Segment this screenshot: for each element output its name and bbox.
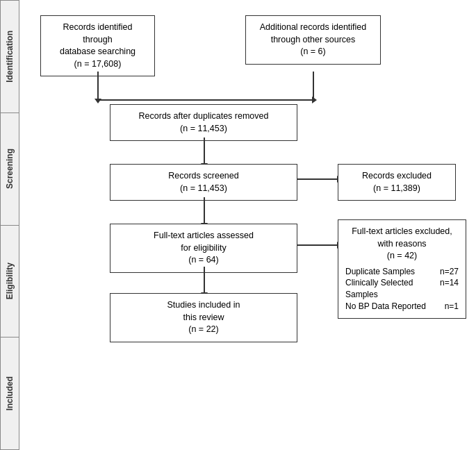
eligibility-label: Eligibility <box>5 262 15 299</box>
fulltext-excluded-box: Full-text articles excluded, with reason… <box>338 219 466 319</box>
screened-line2: (n = 11,453) <box>180 183 227 193</box>
additional-line2: through other sources <box>271 35 356 44</box>
included-line2: this review <box>183 312 224 322</box>
sidebar-screening: Screening <box>1 113 19 226</box>
db-search-line1: Records identified through <box>63 22 132 44</box>
after-dup-line1: Records after duplicates removed <box>139 111 269 121</box>
detail1-val: n=27 <box>440 266 459 278</box>
arrow-dup-down <box>204 138 205 164</box>
arrow-db-down <box>97 72 99 99</box>
fulltext-excl-details: Duplicate Samples n=27 Clinically Select… <box>345 266 459 312</box>
detail1-label: Duplicate Samples <box>345 266 415 278</box>
db-search-box: Records identified through database sear… <box>40 15 155 76</box>
excluded-box: Records excluded (n = 11,389) <box>338 164 456 201</box>
fulltext-box: Full-text articles assessed for eligibil… <box>110 224 297 273</box>
db-search-line3: (n = 17,608) <box>74 59 122 69</box>
detail2-val: n=14 <box>440 277 459 301</box>
sidebar-eligibility: Eligibility <box>1 226 19 338</box>
arrow-additional-h <box>98 99 313 101</box>
included-line1: Studies included in <box>167 300 240 310</box>
included-box: Studies included in this review (n = 22) <box>110 293 297 342</box>
arrow-fulltext-down <box>204 267 205 293</box>
after-duplicates-box: Records after duplicates removed (n = 11… <box>110 104 297 141</box>
arrow-screened-right <box>297 178 338 180</box>
fulltext-line1: Full-text articles assessed <box>154 231 254 240</box>
sidebar: Identification Screening Eligibility Inc… <box>0 0 19 450</box>
arrow-fulltext-right <box>297 244 338 246</box>
sidebar-identification: Identification <box>1 1 19 113</box>
identification-label: Identification <box>5 31 15 83</box>
excluded-line1: Records excluded <box>362 171 432 181</box>
excluded-line2: (n = 11,389) <box>373 183 420 193</box>
fulltext-excl-header: Full-text articles excluded, with reason… <box>345 226 459 262</box>
included-line3: (n = 22) <box>188 324 218 334</box>
detail3-label: No BP Data Reported <box>345 301 426 312</box>
detail2-label: Clinically Selected Samples <box>345 277 440 301</box>
arrow-additional-down <box>313 72 314 99</box>
db-search-line2: database searching <box>60 47 136 56</box>
fulltext-line2: for eligibility <box>181 243 226 253</box>
fulltext-line3: (n = 64) <box>188 255 218 265</box>
additional-line3: (n = 6) <box>300 47 325 56</box>
arrow-screened-down <box>204 197 205 224</box>
after-dup-line2: (n = 11,453) <box>180 124 227 133</box>
additional-box: Additional records identified through ot… <box>245 15 381 65</box>
flow-diagram: Records identified through database sear… <box>19 0 476 450</box>
screened-line1: Records screened <box>168 171 238 181</box>
screening-label: Screening <box>5 149 15 189</box>
included-label: Included <box>5 376 15 410</box>
screened-box: Records screened (n = 11,453) <box>110 164 297 201</box>
sidebar-included: Included <box>1 338 19 449</box>
detail3-val: n=1 <box>445 301 459 312</box>
additional-line1: Additional records identified <box>260 22 367 32</box>
